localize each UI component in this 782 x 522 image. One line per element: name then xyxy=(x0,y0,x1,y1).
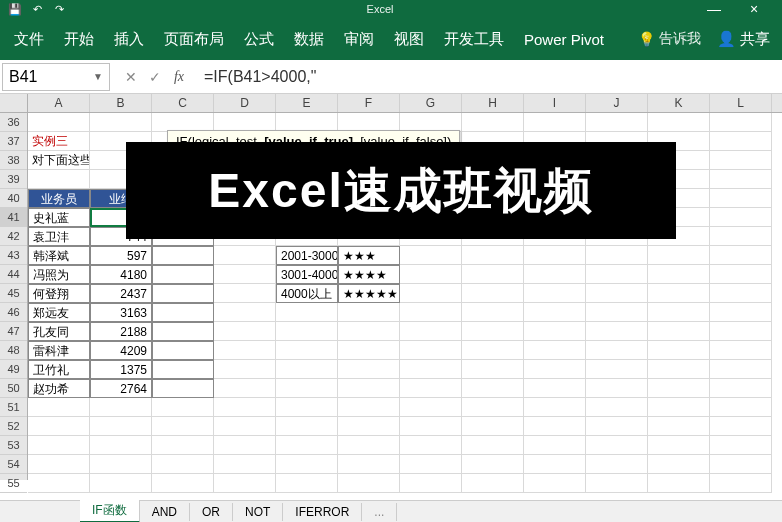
tab-power-pivot[interactable]: Power Pivot xyxy=(514,21,614,58)
cell[interactable] xyxy=(214,322,276,341)
cell[interactable] xyxy=(586,436,648,455)
cell[interactable] xyxy=(710,436,772,455)
share-button[interactable]: 👤 共享 xyxy=(709,30,778,49)
cell[interactable] xyxy=(586,341,648,360)
cell[interactable] xyxy=(214,360,276,379)
cell[interactable] xyxy=(586,417,648,436)
cell[interactable] xyxy=(276,303,338,322)
cell[interactable] xyxy=(524,246,586,265)
cell[interactable] xyxy=(710,113,772,132)
row-header[interactable]: 36 xyxy=(0,113,27,132)
cell[interactable] xyxy=(90,455,152,474)
cell[interactable] xyxy=(28,113,90,132)
cell[interactable] xyxy=(338,341,400,360)
tab-home[interactable]: 开始 xyxy=(54,20,104,59)
cell[interactable] xyxy=(524,379,586,398)
row-header[interactable]: 44 xyxy=(0,265,27,284)
cell[interactable] xyxy=(28,170,90,189)
sheet-tab[interactable]: OR xyxy=(190,503,233,521)
cell[interactable] xyxy=(586,322,648,341)
formula-input[interactable]: =IF(B41>4000," xyxy=(198,64,782,90)
cell[interactable] xyxy=(586,113,648,132)
row-header[interactable]: 46 xyxy=(0,303,27,322)
cell[interactable] xyxy=(710,303,772,322)
cell[interactable] xyxy=(28,455,90,474)
cell[interactable] xyxy=(214,284,276,303)
cell[interactable] xyxy=(400,246,462,265)
tab-insert[interactable]: 插入 xyxy=(104,20,154,59)
cell[interactable]: 3163 xyxy=(90,303,152,322)
cell[interactable] xyxy=(586,379,648,398)
cell[interactable]: 实例三 xyxy=(28,132,90,151)
cell[interactable] xyxy=(710,341,772,360)
cell[interactable] xyxy=(276,474,338,493)
cell[interactable] xyxy=(28,417,90,436)
cell[interactable] xyxy=(338,455,400,474)
select-all-corner[interactable] xyxy=(0,94,27,113)
cell[interactable] xyxy=(276,417,338,436)
cell[interactable] xyxy=(648,360,710,379)
cell[interactable] xyxy=(710,322,772,341)
cell[interactable] xyxy=(710,265,772,284)
cell[interactable] xyxy=(152,284,214,303)
sheet-tab[interactable]: AND xyxy=(140,503,190,521)
cell[interactable]: 对下面这些业务员 xyxy=(28,151,90,170)
cell[interactable] xyxy=(710,379,772,398)
close-button[interactable]: × xyxy=(734,1,774,17)
cell[interactable] xyxy=(710,227,772,246)
cell[interactable]: 597 xyxy=(90,246,152,265)
cell[interactable] xyxy=(152,322,214,341)
cell[interactable] xyxy=(462,417,524,436)
cell[interactable] xyxy=(338,417,400,436)
cell[interactable] xyxy=(400,360,462,379)
cell[interactable] xyxy=(214,379,276,398)
cell[interactable] xyxy=(276,455,338,474)
cell[interactable]: ★★★ xyxy=(338,246,400,265)
cell[interactable] xyxy=(462,474,524,493)
cell[interactable] xyxy=(586,398,648,417)
cell[interactable] xyxy=(214,398,276,417)
fx-icon[interactable]: fx xyxy=(168,66,190,88)
cell[interactable] xyxy=(400,265,462,284)
row-header[interactable]: 50 xyxy=(0,379,27,398)
row-header[interactable]: 53 xyxy=(0,436,27,455)
cell[interactable] xyxy=(648,113,710,132)
cell[interactable] xyxy=(462,341,524,360)
cell[interactable] xyxy=(90,436,152,455)
cell[interactable] xyxy=(586,455,648,474)
cell[interactable]: 1375 xyxy=(90,360,152,379)
cell[interactable]: 雷科津 xyxy=(28,341,90,360)
undo-icon[interactable]: ↶ xyxy=(30,2,44,16)
cell[interactable] xyxy=(338,436,400,455)
cell[interactable] xyxy=(524,284,586,303)
cell[interactable] xyxy=(462,322,524,341)
row-header[interactable]: 47 xyxy=(0,322,27,341)
cell[interactable] xyxy=(276,398,338,417)
cell[interactable] xyxy=(400,398,462,417)
cell[interactable] xyxy=(28,474,90,493)
cell[interactable] xyxy=(648,284,710,303)
tab-file[interactable]: 文件 xyxy=(4,20,54,59)
cell[interactable] xyxy=(648,417,710,436)
column-header[interactable]: K xyxy=(648,94,710,112)
cell[interactable] xyxy=(400,474,462,493)
cell[interactable] xyxy=(648,398,710,417)
row-header[interactable]: 39 xyxy=(0,170,27,189)
cell[interactable] xyxy=(276,436,338,455)
cell[interactable] xyxy=(214,474,276,493)
sheet-tab[interactable]: ... xyxy=(362,503,397,521)
row-header[interactable]: 49 xyxy=(0,360,27,379)
cell[interactable] xyxy=(524,398,586,417)
cell[interactable] xyxy=(214,455,276,474)
column-header[interactable]: A xyxy=(28,94,90,112)
cell[interactable] xyxy=(462,379,524,398)
cell[interactable] xyxy=(710,474,772,493)
chevron-down-icon[interactable]: ▼ xyxy=(93,71,103,82)
column-header[interactable]: B xyxy=(90,94,152,112)
cell[interactable]: 冯照为 xyxy=(28,265,90,284)
cell[interactable]: ★★★★ xyxy=(338,265,400,284)
cell[interactable]: 4180 xyxy=(90,265,152,284)
row-header[interactable]: 41 xyxy=(0,208,27,227)
cell[interactable] xyxy=(462,398,524,417)
cell[interactable] xyxy=(710,170,772,189)
